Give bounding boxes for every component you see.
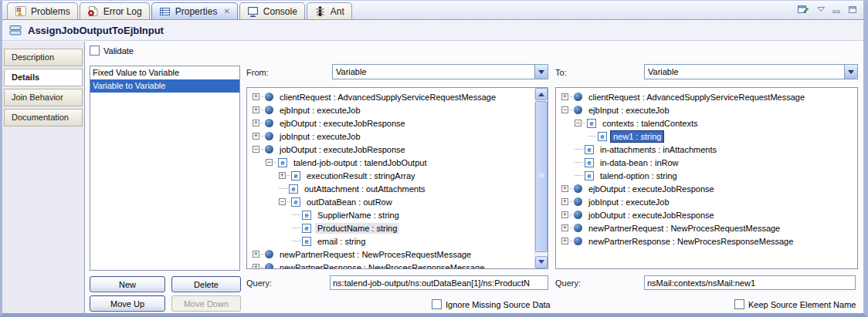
- sidebar-item-join-behavior[interactable]: Join Behavior: [4, 89, 83, 106]
- tree-node-label[interactable]: ejbOutput : executeJobResponse: [277, 118, 408, 129]
- tree-row[interactable]: +jobInput : executeJob: [556, 195, 857, 208]
- expand-plus-icon[interactable]: +: [253, 264, 259, 268]
- tree-row[interactable]: +newPartnerResponse : NewProcesResponseM…: [556, 234, 857, 248]
- tree-node-label[interactable]: ProductName : string: [315, 223, 399, 234]
- tree-node-label[interactable]: outDataBean : outRow: [304, 197, 395, 207]
- tree-node-label[interactable]: outAttachment : outAttachments: [302, 184, 428, 194]
- maximize-icon[interactable]: [848, 5, 857, 14]
- tree-row[interactable]: +jobInput : executeJob: [247, 130, 534, 143]
- tree-row[interactable]: −ejbInput : executeJob: [556, 103, 857, 116]
- tab-error-log[interactable]: Error Log: [80, 2, 150, 19]
- tree-row[interactable]: +ejbOutput : executeJobResponse: [556, 182, 857, 195]
- expand-plus-icon[interactable]: +: [253, 120, 259, 126]
- expand-plus-icon[interactable]: +: [253, 133, 259, 140]
- tree-node-label[interactable]: new1 : string: [611, 131, 663, 142]
- tree-row[interactable]: eSupplierName : string: [247, 208, 534, 221]
- tab-problems[interactable]: Problems: [7, 2, 78, 19]
- scroll-down-icon[interactable]: [535, 256, 548, 268]
- tree-row[interactable]: +ejbInput : executeJob: [247, 103, 534, 116]
- tree-node-label[interactable]: jobInput : executeJob: [277, 131, 363, 142]
- tree-row[interactable]: eemail : string: [247, 234, 534, 248]
- from-type-combo[interactable]: Variable: [332, 64, 548, 79]
- expand-plus-icon[interactable]: +: [561, 185, 568, 192]
- tree-row[interactable]: +jobOutput : executeJobResponse: [556, 208, 857, 221]
- to-type-combo[interactable]: Variable: [644, 64, 858, 79]
- tree-row[interactable]: +newPartnerResponse : NewProcesResponseM…: [247, 261, 534, 268]
- tree-node-label[interactable]: clientRequest : AdvancedSupplyServiceReq…: [586, 92, 807, 103]
- tree-node-label[interactable]: SupplierName : string: [315, 210, 402, 221]
- tree-node-label[interactable]: executionResult : stringArray: [304, 170, 418, 181]
- tree-node-label[interactable]: newPartnerResponse : NewProcesResponseMe…: [277, 262, 487, 269]
- tab-properties[interactable]: Properties✕: [151, 2, 238, 19]
- expand-plus-icon[interactable]: +: [253, 251, 259, 258]
- keep-source-checkbox[interactable]: Keep Source Element Name: [734, 299, 856, 309]
- collapse-minus-icon[interactable]: −: [253, 146, 259, 153]
- expand-plus-icon[interactable]: +: [561, 211, 568, 218]
- expand-plus-icon[interactable]: +: [253, 106, 259, 113]
- tree-row[interactable]: eProductName : string: [247, 221, 534, 234]
- tree-row[interactable]: −jobOutput : executeJobResponse: [247, 143, 534, 156]
- scrollbar-thumb[interactable]: [535, 101, 548, 252]
- tree-row[interactable]: +clientRequest : AdvancedSupplyServiceRe…: [247, 90, 534, 103]
- from-tree-scrollbar[interactable]: [534, 88, 548, 268]
- tab-console[interactable]: Console: [239, 2, 305, 19]
- expand-plus-icon[interactable]: +: [561, 238, 568, 244]
- tree-row[interactable]: etalend-option : string: [556, 169, 857, 182]
- expand-plus-icon[interactable]: +: [561, 224, 568, 231]
- expand-plus-icon[interactable]: +: [561, 93, 568, 100]
- collapse-minus-icon[interactable]: −: [279, 198, 286, 205]
- chevron-down-icon[interactable]: [844, 65, 857, 79]
- sidebar-item-details[interactable]: Details: [4, 69, 83, 86]
- tree-row[interactable]: enew1 : string: [556, 130, 857, 143]
- tree-row[interactable]: −econtexts : talendContexts: [556, 116, 857, 130]
- tree-node-label[interactable]: contexts : talendContexts: [600, 118, 700, 129]
- tree-node-label[interactable]: ejbOutput : executeJobResponse: [586, 184, 717, 194]
- to-query-input[interactable]: [644, 275, 856, 290]
- expand-plus-icon[interactable]: +: [561, 198, 568, 205]
- tree-node-label[interactable]: talend-job-output : talendJobOutput: [291, 157, 429, 168]
- tree-node-label[interactable]: newPartnerResponse : NewProcesResponseMe…: [586, 236, 795, 247]
- tree-row[interactable]: +eexecutionResult : stringArray: [247, 169, 534, 182]
- scroll-up-icon[interactable]: [535, 88, 548, 100]
- tree-node-label[interactable]: newPartnerRequest : NewProcesRequestMess…: [277, 249, 473, 260]
- list-item[interactable]: Fixed Value to Variable: [90, 66, 239, 79]
- tree-node-label[interactable]: ejbInput : executeJob: [586, 105, 672, 116]
- minimize-icon[interactable]: [832, 5, 841, 14]
- tree-node-label[interactable]: newPartnerRequest : NewProcesRequestMess…: [586, 223, 782, 234]
- collapse-minus-icon[interactable]: −: [561, 106, 568, 113]
- move-up-button[interactable]: Move Up: [90, 295, 165, 312]
- tree-row[interactable]: ein-attachments : inAttachments: [556, 143, 857, 156]
- tree-node-label[interactable]: jobInput : executeJob: [586, 197, 672, 207]
- tree-node-label[interactable]: clientRequest : AdvancedSupplyServiceReq…: [277, 92, 498, 103]
- tree-row[interactable]: +newPartnerRequest : NewProcesRequestMes…: [247, 248, 534, 261]
- collapse-minus-icon[interactable]: −: [266, 159, 273, 166]
- tree-row[interactable]: +newPartnerRequest : NewProcesRequestMes…: [556, 221, 857, 234]
- expand-plus-icon[interactable]: +: [279, 172, 286, 179]
- tree-row[interactable]: eoutAttachment : outAttachments: [247, 182, 534, 195]
- chevron-down-icon[interactable]: [534, 65, 548, 79]
- tree-row[interactable]: +clientRequest : AdvancedSupplyServiceRe…: [556, 90, 857, 103]
- tree-node-label[interactable]: email : string: [315, 236, 368, 247]
- tree-node-label[interactable]: in-attachments : inAttachments: [598, 144, 719, 155]
- sidebar-item-documentation[interactable]: Documentation: [4, 109, 83, 126]
- expand-plus-icon[interactable]: +: [253, 93, 259, 100]
- tree-row[interactable]: +ejbOutput : executeJobResponse: [247, 116, 534, 130]
- new-button[interactable]: New: [90, 276, 165, 292]
- tree-node-label[interactable]: in-data-bean : inRow: [598, 157, 681, 168]
- ignore-missing-checkbox[interactable]: Ignore Missing Source Data: [432, 299, 551, 309]
- validate-checkbox[interactable]: Validate: [90, 46, 134, 56]
- tab-ant[interactable]: Ant: [307, 2, 352, 19]
- view-menu-icon[interactable]: [817, 6, 826, 12]
- tree-row[interactable]: ein-data-bean : inRow: [556, 156, 857, 169]
- collapse-minus-icon[interactable]: −: [575, 120, 581, 126]
- from-query-input[interactable]: [330, 275, 548, 290]
- tree-node-label[interactable]: ejbInput : executeJob: [277, 105, 363, 116]
- mapping-type-list[interactable]: Fixed Value to VariableVariable to Varia…: [90, 66, 240, 271]
- pin-icon[interactable]: [797, 4, 810, 15]
- delete-button[interactable]: Delete: [171, 276, 241, 292]
- close-icon[interactable]: ✕: [223, 7, 229, 15]
- sidebar-item-description[interactable]: Description: [4, 49, 83, 66]
- tree-node-label[interactable]: jobOutput : executeJobResponse: [277, 144, 408, 155]
- tree-row[interactable]: −eoutDataBean : outRow: [247, 195, 534, 208]
- tree-node-label[interactable]: talend-option : string: [598, 170, 680, 181]
